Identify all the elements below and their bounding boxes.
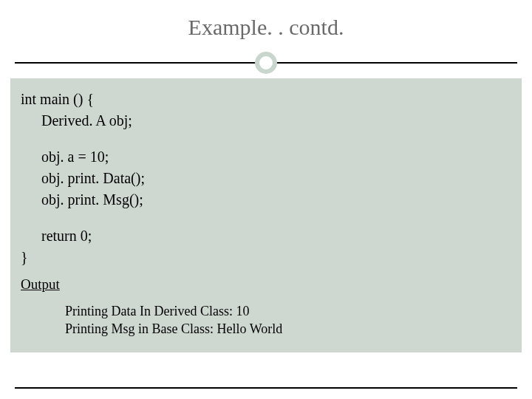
output-line: Printing Data In Derived Class: 10	[65, 302, 511, 320]
title-divider	[0, 49, 532, 78]
code-line: int main () {	[21, 89, 511, 110]
code-line: return 0;	[21, 225, 511, 247]
footer-divider	[15, 387, 517, 389]
output-block: Printing Data In Derived Class: 10 Print…	[21, 302, 511, 338]
code-line: obj. print. Data();	[21, 168, 511, 189]
divider-circle-icon	[255, 52, 277, 74]
content-panel: int main () { Derived. A obj; obj. a = 1…	[10, 78, 522, 352]
output-label: Output	[21, 274, 511, 295]
code-line: Derived. A obj;	[21, 110, 511, 132]
slide: Example. . contd. int main () { Derived.…	[0, 0, 532, 399]
slide-title: Example. . contd.	[0, 0, 532, 49]
output-line: Printing Msg in Base Class: Hello World	[65, 320, 511, 338]
code-line: obj. print. Msg();	[21, 189, 511, 211]
code-line: }	[21, 247, 511, 268]
code-line: obj. a = 10;	[21, 146, 511, 168]
code-block: int main () { Derived. A obj; obj. a = 1…	[21, 89, 511, 268]
